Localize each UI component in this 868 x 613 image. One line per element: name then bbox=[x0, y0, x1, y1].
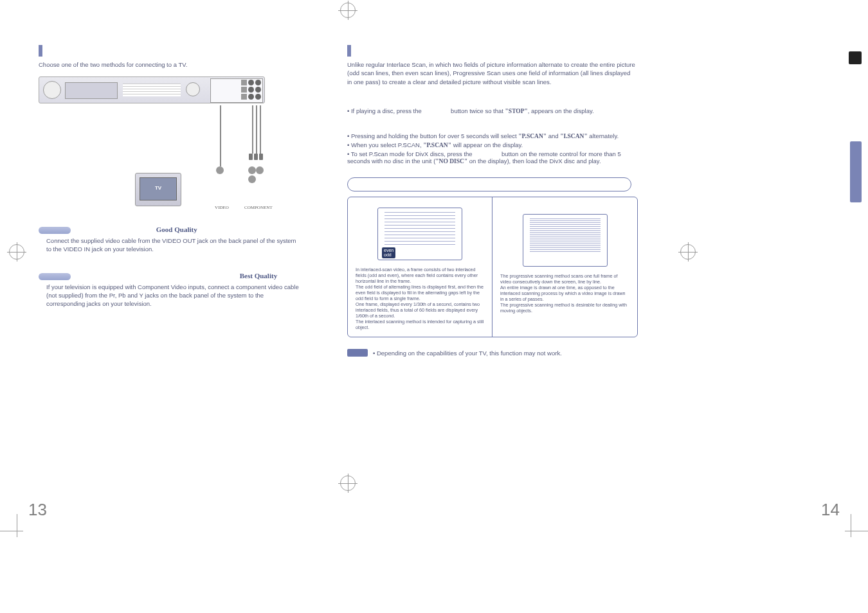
method2-text: If your television is equipped with Comp… bbox=[46, 283, 303, 308]
dvd-player-illustration bbox=[39, 76, 265, 103]
connection-diagram: TV VIDEO COMPONENT bbox=[39, 76, 270, 211]
registration-mark-right bbox=[680, 244, 696, 260]
and1: and bbox=[548, 132, 559, 139]
b1a: If playing a disc, press the bbox=[351, 107, 422, 114]
method1-header: Good Quality bbox=[39, 226, 309, 234]
b3a: When you select P.SCAN, bbox=[351, 141, 422, 148]
right-intro: Unlike regular Interlace Scan, in which … bbox=[347, 60, 637, 86]
vent-icon bbox=[123, 84, 181, 96]
note-icon bbox=[347, 349, 368, 357]
method1-pill bbox=[39, 227, 71, 234]
interlaced-column: even odd In interlaced-scan video, a fra… bbox=[348, 197, 493, 337]
cable-component-2 bbox=[256, 105, 257, 154]
interlaced-text: In interlaced-scan video, a frame consis… bbox=[356, 267, 484, 330]
b3-pscan: "P.SCAN" bbox=[423, 142, 451, 148]
registration-mark-top bbox=[340, 3, 356, 18]
bullet-3: • When you select P.SCAN, "P.SCAN" will … bbox=[347, 141, 656, 148]
method2-quality: Best Quality bbox=[240, 272, 277, 280]
b2: Pressing and holding the button for over… bbox=[351, 132, 517, 139]
crop-mark bbox=[0, 531, 23, 531]
section-divider-rounded bbox=[347, 177, 631, 191]
bullet-4: • To set P.Scan mode for DivX discs, pre… bbox=[347, 150, 643, 164]
bullet-1: • If playing a disc, press the button tw… bbox=[347, 107, 656, 114]
method2-header: Best Quality bbox=[39, 272, 309, 280]
component-port-label: COMPONENT bbox=[244, 205, 270, 210]
component-plugs-top bbox=[248, 154, 264, 161]
tv-illustration: TV bbox=[135, 173, 181, 206]
method1-text: Connect the supplied video cable from th… bbox=[46, 236, 297, 254]
b1b: button twice so that bbox=[451, 107, 503, 114]
bullet-2: • Pressing and holding the button for ov… bbox=[347, 132, 656, 139]
registration-mark-left bbox=[9, 244, 24, 260]
rear-io-panel bbox=[210, 78, 263, 103]
component-plugs-bottom bbox=[248, 166, 270, 184]
disc-tray-icon bbox=[43, 81, 61, 99]
side-tab-icon bbox=[850, 141, 862, 202]
b2-end: alternately. bbox=[589, 132, 619, 139]
right-heading-accent bbox=[347, 45, 656, 57]
b2-iscan: "I.SCAN" bbox=[560, 133, 588, 139]
crop-mark bbox=[845, 531, 868, 531]
progressive-text: The progressive scanning method scans on… bbox=[500, 273, 629, 314]
left-heading-accent bbox=[39, 45, 309, 57]
scan-comparison: even odd In interlaced-scan video, a fra… bbox=[347, 197, 638, 337]
side-block-icon bbox=[849, 51, 862, 64]
front-panel-icon bbox=[65, 82, 118, 99]
cable-component-1 bbox=[252, 105, 253, 154]
page-number-right: 14 bbox=[821, 500, 840, 520]
b4-nodisc: "NO DISC" bbox=[435, 158, 467, 164]
cable-video bbox=[220, 105, 221, 166]
b4c: on the display), then load the DivX disc… bbox=[467, 157, 601, 164]
note-row: • Depending on the capabilities of your … bbox=[347, 348, 656, 359]
interlaced-diagram: even odd bbox=[377, 208, 462, 260]
b2-pscan: "P.SCAN" bbox=[518, 133, 547, 139]
crop-mark bbox=[17, 514, 17, 537]
cable-component-3 bbox=[260, 105, 261, 154]
b1-stop: "STOP" bbox=[505, 108, 528, 114]
knob-icon bbox=[186, 82, 200, 96]
video-plugs bbox=[216, 166, 224, 175]
left-page: Choose one of the two methods for connec… bbox=[39, 45, 309, 308]
method1-quality: Good Quality bbox=[156, 226, 197, 233]
page-number-left: 13 bbox=[28, 500, 47, 520]
crop-mark bbox=[851, 514, 851, 537]
accent-bar bbox=[39, 45, 42, 57]
b1c: , appears on the display. bbox=[528, 107, 594, 114]
tv-label: TV bbox=[136, 185, 181, 191]
b3b: will appear on the display. bbox=[453, 141, 523, 148]
even-odd-label: even odd bbox=[382, 247, 395, 258]
progressive-column: The progressive scanning method scans on… bbox=[493, 197, 637, 337]
right-page: Unlike regular Interlace Scan, in which … bbox=[347, 45, 656, 359]
b4a: To set P.Scan mode for DivX discs, press… bbox=[351, 150, 473, 157]
note-text: Depending on the capabilities of your TV… bbox=[377, 350, 562, 357]
registration-mark-bottom bbox=[340, 475, 356, 491]
left-intro: Choose one of the two methods for connec… bbox=[39, 60, 309, 69]
progressive-diagram bbox=[523, 214, 608, 267]
video-port-label: VIDEO bbox=[209, 205, 235, 210]
method2-pill bbox=[39, 273, 71, 280]
accent-bar bbox=[347, 45, 351, 57]
